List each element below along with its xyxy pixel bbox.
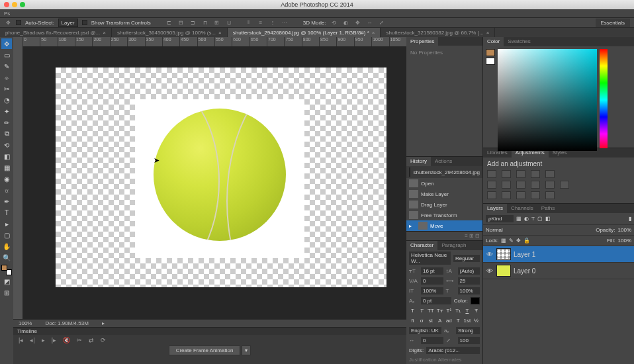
minimize-window-icon[interactable] xyxy=(12,2,17,7)
align-middle-icon[interactable]: ⊞ xyxy=(213,19,221,26)
history-step[interactable]: Free Transform xyxy=(406,210,482,220)
filter-adjust-icon[interactable]: ◐ xyxy=(524,216,529,222)
close-icon[interactable]: × xyxy=(372,30,375,36)
photo-filter-icon[interactable] xyxy=(531,181,540,189)
channels-tab[interactable]: Channels xyxy=(507,204,537,213)
close-icon[interactable]: × xyxy=(103,30,106,36)
doc-tab-3[interactable]: shutterstock_321580382.jpg @ 66.7% (...× xyxy=(381,28,495,37)
next-frame-icon[interactable]: |▸ xyxy=(52,337,56,343)
layer-thumb[interactable] xyxy=(496,265,511,277)
history-step[interactable]: Drag Layer xyxy=(406,199,482,210)
rotate-3d-icon[interactable]: ⟲ xyxy=(330,19,338,26)
distribute-3-icon[interactable]: ⋮ xyxy=(269,19,277,26)
digits-dropdown[interactable]: Arabic (012... xyxy=(426,347,480,354)
align-bottom-icon[interactable]: ⊔ xyxy=(225,19,233,26)
kerning-input[interactable]: 0 xyxy=(421,277,443,285)
zoom-window-icon[interactable] xyxy=(20,2,25,7)
crop-tool[interactable]: ✂ xyxy=(1,83,12,94)
font-family-dropdown[interactable]: Helvetica Neue W... xyxy=(409,251,451,265)
type-tool[interactable]: T xyxy=(1,207,12,218)
canvas[interactable]: ➤ xyxy=(56,68,386,287)
fg-bg-colors[interactable] xyxy=(1,265,12,275)
character-tab[interactable]: Character xyxy=(406,241,437,250)
subscript-button[interactable]: T₁ xyxy=(455,307,462,314)
justification-alternates[interactable]: Justification Alternates xyxy=(409,357,462,363)
history-step[interactable]: ▸Move xyxy=(406,220,482,231)
quick-select-tool[interactable]: ⟐ xyxy=(1,72,12,83)
scale-3d-icon[interactable]: ⤢ xyxy=(378,19,386,26)
text-color-swatch[interactable] xyxy=(471,297,480,304)
transition-icon[interactable]: ⇄ xyxy=(89,337,94,343)
zoom-tool[interactable]: 🔍 xyxy=(1,252,12,263)
auto-select-dropdown[interactable]: Layer xyxy=(58,19,78,27)
close-window-icon[interactable] xyxy=(4,2,9,7)
font-style-dropdown[interactable]: Regular xyxy=(453,255,480,262)
lock-transparent-icon[interactable]: ▦ xyxy=(501,238,506,244)
visibility-icon[interactable]: 👁 xyxy=(486,251,494,258)
superscript-button[interactable]: T¹ xyxy=(445,307,453,314)
panel-icon[interactable]: ⊞ xyxy=(469,233,474,239)
chevron-right-icon[interactable]: ▸ xyxy=(102,320,105,326)
close-icon[interactable]: × xyxy=(218,30,222,36)
bold-button[interactable]: T xyxy=(409,307,416,314)
zoom-level[interactable]: 100% xyxy=(19,320,32,326)
distribute-h-icon[interactable]: ⫴ xyxy=(245,19,253,26)
align-center-h-icon[interactable]: ⊟ xyxy=(177,19,185,26)
vscale-input[interactable]: 100% xyxy=(421,287,443,295)
history-tab[interactable]: History xyxy=(406,157,431,166)
filter-pixel-icon[interactable]: ▦ xyxy=(516,216,521,222)
underline-button[interactable]: T xyxy=(464,307,471,314)
filter-toggle[interactable]: ▮ xyxy=(629,216,631,222)
marquee-tool[interactable]: ▭ xyxy=(1,50,12,60)
blend-mode-dropdown[interactable]: Normal xyxy=(486,227,593,233)
layers-tab[interactable]: Layers xyxy=(483,204,507,213)
history-step[interactable]: Make Layer xyxy=(406,189,482,199)
bw-icon[interactable] xyxy=(516,181,525,189)
layer-row[interactable]: 👁 Layer 1 xyxy=(483,246,634,263)
timeline-tab[interactable]: Timeline xyxy=(17,328,37,334)
pan-3d-icon[interactable]: ✥ xyxy=(354,19,362,26)
italic-button[interactable]: T xyxy=(418,307,426,314)
split-icon[interactable]: ✂ xyxy=(77,337,82,343)
exposure-icon[interactable] xyxy=(531,170,540,178)
threshold-icon[interactable] xyxy=(516,191,525,199)
baseline-input[interactable]: 0 pt xyxy=(421,297,451,304)
swatches-tab[interactable]: Swatches xyxy=(504,37,535,46)
gradient-map-icon[interactable] xyxy=(531,191,540,199)
show-transform-checkbox[interactable] xyxy=(82,20,87,25)
filter-shape-icon[interactable]: ▢ xyxy=(537,216,543,222)
allcaps-button[interactable]: TT xyxy=(428,307,435,314)
selective-color-icon[interactable] xyxy=(545,191,555,199)
invert-icon[interactable] xyxy=(487,191,496,199)
viewport[interactable]: ➤ xyxy=(23,46,406,319)
lock-all-icon[interactable]: 🔒 xyxy=(523,238,530,244)
history-document[interactable]: shutterstock_294268604.jpg xyxy=(406,166,482,178)
eraser-tool[interactable]: ◧ xyxy=(1,151,12,161)
move-tool[interactable]: ✥ xyxy=(1,38,12,49)
tracking-input[interactable]: 25 xyxy=(458,277,480,285)
play-icon[interactable]: ▸ xyxy=(42,337,45,343)
close-icon[interactable]: × xyxy=(486,30,490,36)
hue-sat-icon[interactable] xyxy=(487,181,496,189)
healing-brush-tool[interactable]: ✦ xyxy=(1,106,12,116)
fg-swatch[interactable] xyxy=(486,49,495,56)
clone-stamp-tool[interactable]: ⧉ xyxy=(1,128,12,139)
lasso-tool[interactable]: ✎ xyxy=(1,61,12,71)
leading-input[interactable]: (Auto) xyxy=(458,267,480,275)
levels-icon[interactable] xyxy=(502,170,511,178)
pct-input[interactable]: 100 xyxy=(458,337,480,344)
strike-button[interactable]: Ŧ xyxy=(473,307,480,314)
filter-type-icon[interactable]: T xyxy=(531,216,535,222)
layer-name[interactable]: Layer 0 xyxy=(514,267,535,275)
doc-size[interactable]: Doc: 1.90M/4.53M xyxy=(45,320,88,326)
align-left-icon[interactable]: ⊏ xyxy=(165,19,173,26)
color-balance-icon[interactable] xyxy=(502,181,511,189)
opacity-input[interactable]: 100% xyxy=(618,227,631,233)
eyedropper-tool[interactable]: ◔ xyxy=(1,95,12,105)
layer-kind-filter[interactable]: ρKind xyxy=(486,215,514,222)
filter-smart-icon[interactable]: ◧ xyxy=(545,216,551,222)
color-field[interactable] xyxy=(498,49,597,151)
bg-swatch[interactable] xyxy=(486,58,495,65)
path-select-tool[interactable]: ▸ xyxy=(1,218,12,229)
roll-3d-icon[interactable]: ◐ xyxy=(342,19,350,26)
